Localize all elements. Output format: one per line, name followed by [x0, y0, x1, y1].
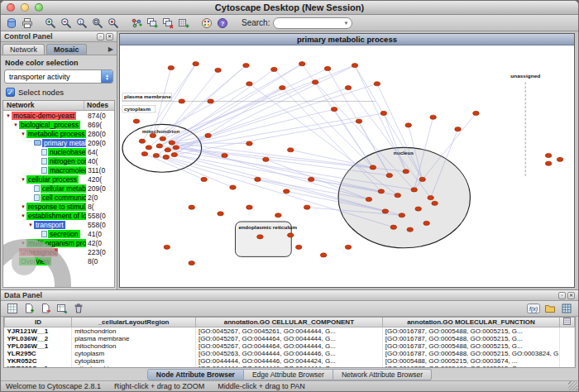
- network-node[interactable]: [545, 153, 552, 157]
- table-cell[interactable]: YPL036W__1: [5, 342, 72, 350]
- network-node[interactable]: [423, 221, 430, 225]
- network-node[interactable]: [366, 197, 372, 201]
- network-node[interactable]: [243, 63, 250, 67]
- tree-node-label[interactable]: nucleobase...: [48, 148, 86, 156]
- resize-grip[interactable]: [568, 381, 577, 390]
- network-node[interactable]: [374, 82, 380, 86]
- zoom-in-icon[interactable]: [43, 16, 58, 30]
- import-network-icon[interactable]: [4, 16, 19, 30]
- node-color-dropdown[interactable]: transporter activity ▲▼: [4, 69, 113, 84]
- table-row[interactable]: YLR295Ccytoplasm[GO:0045263, GO:0044444,…: [5, 350, 575, 357]
- tab-network-attribute-browser[interactable]: Network Attribute Browser: [333, 369, 432, 380]
- table-cell[interactable]: [GO:0005488, GO:0005215, GO:0003674, ...: [382, 357, 559, 365]
- tree-node-label[interactable]: cell communica...: [41, 194, 86, 202]
- network-node[interactable]: [279, 85, 285, 89]
- select-nodes-checkbox[interactable]: ✓: [6, 88, 15, 97]
- column-header[interactable]: annotation.GO MOLECULAR_FUNCTION: [382, 318, 559, 327]
- column-header[interactable]: _cellularLayoutRegion: [72, 318, 196, 327]
- network-node[interactable]: [193, 62, 199, 66]
- network-node[interactable]: [189, 261, 195, 265]
- tree-node-label[interactable]: mosaic-demo-yeast: [12, 112, 76, 120]
- network-node[interactable]: [189, 205, 195, 209]
- table-cell[interactable]: [GO:0016787, GO:0005488, GO:0005215, G..…: [382, 342, 559, 350]
- table-cell[interactable]: YPL036W__2: [5, 335, 72, 342]
- tree-column-network[interactable]: Network: [3, 101, 84, 110]
- select-columns-icon[interactable]: [560, 318, 575, 327]
- network-node[interactable]: [415, 207, 422, 211]
- dropdown-arrows-icon[interactable]: ▲▼: [101, 70, 112, 83]
- network-node[interactable]: [545, 161, 552, 165]
- network-node[interactable]: [370, 165, 376, 170]
- network-node[interactable]: [299, 62, 305, 66]
- tree-row[interactable]: ▼establishment of lo...558(0: [3, 211, 114, 220]
- zoom-actual-icon[interactable]: 1: [74, 16, 89, 30]
- network-node[interactable]: [312, 80, 318, 84]
- network-svg[interactable]: plasma membranecytoplasmmitochondrionnuc…: [120, 45, 574, 287]
- expand-triangle-icon[interactable]: ▼: [20, 131, 26, 136]
- search-box[interactable]: ▼: [273, 17, 352, 29]
- network-node[interactable]: [345, 245, 352, 249]
- table-cell[interactable]: cytoplasm: [72, 357, 196, 365]
- select-attributes-icon[interactable]: [5, 302, 20, 316]
- table-row[interactable]: YKR052Ccytoplasm[GO:0044444, GO:0044446,…: [5, 357, 575, 365]
- table-cell[interactable]: [GO:0016787, GO:0005488, GO:0005215, G..…: [382, 327, 559, 336]
- tree-node-label[interactable]: primary metab...: [42, 139, 86, 147]
- table-cell[interactable]: YJR121W__1: [5, 327, 72, 336]
- tree-node-label[interactable]: cellular metabo...: [41, 184, 86, 193]
- tree-row[interactable]: ▼transport558(0: [3, 220, 114, 229]
- zoom-fit-icon[interactable]: [90, 16, 105, 30]
- table-cell[interactable]: [GO:0045267, GO:0044464, GO:0044444, G..…: [195, 342, 382, 350]
- minimize-window-icon[interactable]: [21, 3, 29, 12]
- table-row[interactable]: YPL036W__1mitochondrion[GO:0045267, GO:0…: [5, 342, 575, 350]
- network-node[interactable]: [156, 144, 163, 148]
- network-node[interactable]: [295, 245, 302, 249]
- matrix-icon[interactable]: [559, 302, 574, 316]
- tree-row[interactable]: ▼cellular process420(: [3, 174, 114, 184]
- table-cell[interactable]: [GO:0045267, GO:0044464, GO:0044444, G..…: [195, 335, 382, 342]
- tree-row[interactable]: primary metab...209(0: [3, 138, 114, 147]
- network-node[interactable]: [205, 133, 212, 137]
- network-node[interactable]: [173, 146, 179, 150]
- tree-node-label[interactable]: transport: [34, 221, 65, 229]
- table-cell[interactable]: [GO:0016787, GO:0005488, GO:0005215, G..…: [382, 335, 559, 342]
- network-node[interactable]: [419, 177, 426, 181]
- search-dropdown-arrow-icon[interactable]: ▼: [344, 21, 349, 26]
- table-cell[interactable]: plasma membrane: [72, 335, 196, 342]
- tab-edge-attribute-browser[interactable]: Edge Attribute Browser: [244, 369, 333, 380]
- network-node[interactable]: [356, 119, 362, 123]
- network-node[interactable]: [179, 99, 185, 103]
- network-view-title[interactable]: primary metabolic process: [120, 34, 574, 45]
- network-node[interactable]: [455, 127, 462, 131]
- tree-row[interactable]: macromolecule...311(0: [3, 165, 114, 174]
- tree-row[interactable]: ▼mosaic-demo-yeast874(0: [3, 111, 114, 120]
- table-cell[interactable]: [GO:0016787, GO:0005488, GO:0005215, GO:…: [382, 350, 559, 357]
- table-cell[interactable]: YLR295C: [5, 350, 72, 357]
- network-node[interactable]: [230, 185, 237, 189]
- network-node[interactable]: [201, 177, 208, 181]
- network-node[interactable]: [139, 139, 146, 143]
- float-panel-icon[interactable]: ▫: [97, 33, 104, 41]
- tree-row[interactable]: secretion41(0: [3, 229, 114, 238]
- network-node[interactable]: [386, 173, 393, 177]
- table-cell[interactable]: mitochondrion: [72, 327, 196, 336]
- table-cell[interactable]: mitochondrion: [72, 342, 196, 350]
- print-icon[interactable]: [20, 16, 35, 30]
- network-node[interactable]: [331, 107, 337, 111]
- network-node[interactable]: [163, 155, 170, 159]
- tab-node-attribute-browser[interactable]: Node Attribute Browser: [147, 369, 244, 380]
- tree-row[interactable]: ▼biological_process869(: [3, 120, 114, 129]
- zoom-out-icon[interactable]: [59, 16, 74, 30]
- select-nodes-row[interactable]: ✓ Select nodes: [1, 85, 117, 100]
- tree-node-label[interactable]: metabolic process: [26, 130, 86, 138]
- network-node[interactable]: [411, 188, 418, 192]
- close-panel-icon[interactable]: ✕: [106, 33, 113, 41]
- network-node[interactable]: [324, 66, 331, 70]
- network-node[interactable]: [208, 99, 214, 103]
- function-builder-icon[interactable]: f(x): [526, 302, 541, 316]
- network-node[interactable]: [169, 141, 175, 145]
- network-node[interactable]: [263, 157, 270, 161]
- network-node[interactable]: [287, 233, 294, 237]
- tree-node-label[interactable]: secretion: [48, 230, 80, 238]
- network-node[interactable]: [146, 146, 152, 150]
- open-folder-icon[interactable]: [543, 302, 557, 316]
